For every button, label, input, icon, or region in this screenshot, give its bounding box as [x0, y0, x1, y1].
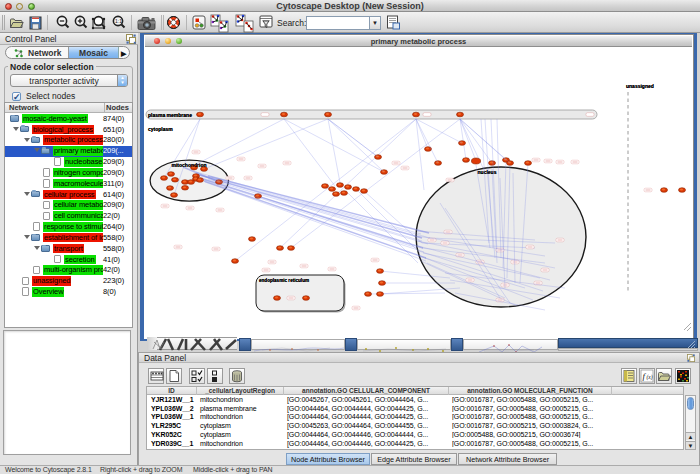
svg-text:(x): (x): [647, 374, 653, 381]
svg-text:endoplasmic reticulum: endoplasmic reticulum: [259, 278, 309, 283]
svg-text:plasma membrane: plasma membrane: [148, 112, 192, 118]
svg-text:nucleus: nucleus: [478, 169, 497, 175]
svg-text:mitochondrion: mitochondrion: [172, 162, 207, 168]
svg-text:1:1: 1:1: [115, 18, 122, 24]
svg-text:cytoplasm: cytoplasm: [148, 126, 173, 132]
svg-text:unassigned: unassigned: [626, 83, 654, 89]
